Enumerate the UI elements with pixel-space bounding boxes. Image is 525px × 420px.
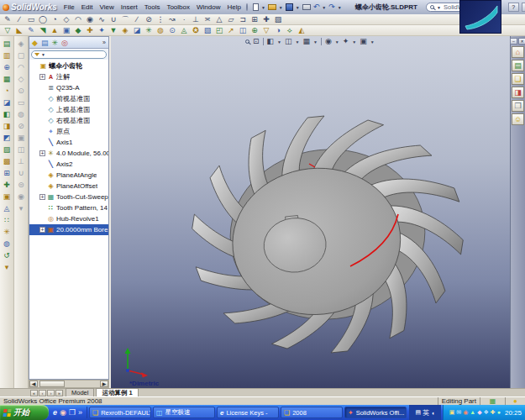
toolbar-icon[interactable]: ✚ bbox=[261, 14, 271, 24]
tree-item-module[interactable]: +✳ 4.0 Module, 56.0000mm P. bbox=[29, 148, 108, 159]
toolbar-icon[interactable]: ◔ bbox=[2, 86, 13, 97]
menu-help[interactable]: Help bbox=[227, 3, 240, 11]
toolbar-icon[interactable]: ◥ bbox=[38, 25, 48, 35]
open-dropdown-caret[interactable]: ▼ bbox=[279, 5, 283, 10]
toolbar-icon[interactable]: ∷ bbox=[2, 215, 13, 226]
tray-icon[interactable]: ✚ bbox=[491, 408, 496, 417]
display-style-icon[interactable]: ▦ bbox=[302, 37, 310, 46]
tree-item-plane-at-angle[interactable]: ◈ PlaneAtAngle bbox=[29, 170, 108, 181]
undo-icon[interactable]: ↶ bbox=[313, 3, 320, 11]
view-palette-icon[interactable]: ❒ bbox=[512, 100, 524, 112]
taskbar-button-2008[interactable]: ❏ 2008 bbox=[281, 407, 343, 418]
toolbar-icon[interactable]: ▩ bbox=[2, 156, 13, 167]
menu-toolbox[interactable]: Toolbox bbox=[166, 3, 190, 11]
toolbar-icon[interactable]: ∪ bbox=[16, 168, 27, 179]
hide-show-items-icon[interactable]: ◉ bbox=[325, 37, 332, 46]
toolbar-icon[interactable]: ⊜ bbox=[16, 180, 27, 191]
menu-edit[interactable]: Edit bbox=[81, 3, 93, 11]
toolbar-icon[interactable]: ✳ bbox=[144, 25, 154, 35]
toolbar-icon[interactable]: ∿ bbox=[97, 14, 107, 24]
open-icon[interactable] bbox=[268, 4, 276, 10]
toolbar-icon[interactable]: ✚ bbox=[85, 25, 95, 35]
caret-icon[interactable]: ▼ bbox=[277, 39, 281, 45]
toolbar-icon[interactable]: ⊘ bbox=[144, 14, 154, 24]
section-view-icon[interactable]: ◧ bbox=[267, 37, 275, 46]
toolbar-icon[interactable]: ◠ bbox=[73, 14, 83, 24]
quick-tips-icon[interactable]: ▦ bbox=[490, 397, 496, 405]
save-dropdown-caret[interactable]: ▼ bbox=[296, 5, 300, 10]
tree-item-top-plane[interactable]: ◇ 上视基准面 bbox=[29, 104, 108, 115]
toolbar-icon[interactable]: ✚ bbox=[2, 180, 13, 191]
taskbar-button-license-keys[interactable]: e License Keys - bbox=[217, 407, 279, 418]
doc-close-icon[interactable]: ✕ bbox=[518, 38, 525, 45]
start-button[interactable]: 开始 bbox=[0, 405, 49, 420]
toolbar-icon[interactable]: ◈ bbox=[120, 25, 130, 35]
tree-item-tooth-pattern[interactable]: ∷ Tooth Pattern, 14 / 14 bbox=[29, 202, 108, 213]
tree-item-annotations[interactable]: +A 注解 bbox=[29, 71, 108, 82]
toolbar-icon[interactable]: ⊕ bbox=[2, 62, 13, 73]
toolbar-icon[interactable]: ⌒ bbox=[120, 14, 130, 24]
ie-quicklaunch-icon[interactable]: e bbox=[53, 407, 57, 417]
redo-dropdown-caret[interactable]: ▼ bbox=[338, 5, 342, 10]
appearance-icon[interactable]: ✦ bbox=[343, 37, 349, 46]
toolbar-icon[interactable]: ▦ bbox=[2, 74, 13, 85]
toolbar-icon[interactable]: ⊥ bbox=[16, 156, 27, 167]
tab-prev-icon[interactable]: ‹ bbox=[39, 390, 46, 396]
scrollbar-thumb[interactable] bbox=[39, 381, 65, 387]
help-bulb-icon[interactable]: ● bbox=[513, 397, 517, 405]
caret-icon[interactable]: ▼ bbox=[335, 39, 339, 45]
toolbar-icon[interactable]: ▤ bbox=[2, 39, 13, 50]
tray-network-icon[interactable]: ❖ bbox=[484, 408, 489, 417]
minimize-button[interactable]: – bbox=[522, 3, 525, 12]
toolbar-icon[interactable]: ⟡ bbox=[285, 25, 295, 35]
tree-item-right-plane[interactable]: ◇ 右视基准面 bbox=[29, 115, 108, 126]
toolbar-icon[interactable]: ◠ bbox=[16, 62, 27, 73]
tree-item-front-plane[interactable]: ◇ 前视基准面 bbox=[29, 93, 108, 104]
pushpin-icon[interactable] bbox=[246, 3, 248, 11]
toolbar-icon[interactable]: ∙ bbox=[179, 14, 189, 24]
tray-icon[interactable]: ◆ bbox=[477, 408, 481, 417]
zoom-area-icon[interactable]: ⊡ bbox=[253, 37, 260, 46]
toolbar-icon[interactable]: ◭ bbox=[297, 25, 307, 35]
graphics-viewport[interactable]: ⊡ ◧▼ ◫▼ ▦▼ ◉▼ ✦▼ ▣▼ bbox=[111, 36, 510, 388]
menu-insert[interactable]: Insert bbox=[121, 3, 138, 11]
scroll-left-icon[interactable]: ◀ bbox=[29, 381, 38, 387]
menu-tools[interactable]: Tools bbox=[144, 3, 160, 11]
toolbar-icon[interactable]: △ bbox=[214, 14, 224, 24]
expand-icon[interactable]: + bbox=[39, 74, 45, 80]
quicklaunch-overflow-icon[interactable]: » bbox=[78, 407, 82, 417]
tree-item-bore-selected[interactable]: +▣ 20.0000mm Bore, 5.0000 K bbox=[29, 224, 108, 235]
toolbar-icon[interactable]: ◫ bbox=[16, 144, 27, 155]
toolbar-icon[interactable]: ◧ bbox=[2, 109, 13, 120]
toolbar-icon[interactable]: ◉ bbox=[85, 14, 95, 24]
zoom-fit-icon[interactable] bbox=[245, 37, 249, 46]
new-document-icon[interactable] bbox=[253, 3, 259, 11]
toolbar-icon[interactable]: ◫ bbox=[238, 25, 248, 35]
resources-home-icon[interactable]: ⌂ bbox=[512, 46, 524, 58]
expand-icon[interactable]: + bbox=[39, 194, 45, 200]
tray-icon[interactable]: ● bbox=[497, 408, 501, 417]
panel-horizontal-scrollbar[interactable]: ◀ ▶ bbox=[29, 380, 109, 388]
tree-item-hub-revolve[interactable]: ◎ Hub-Revolve1 bbox=[29, 213, 108, 224]
propertymanager-tab-icon[interactable]: ▤ bbox=[41, 38, 49, 48]
expand-icon[interactable]: + bbox=[39, 150, 45, 156]
toolbar-icon[interactable]: ◰ bbox=[214, 25, 224, 35]
print-icon[interactable] bbox=[302, 4, 311, 10]
view-orientation-icon[interactable]: ◫ bbox=[285, 37, 292, 46]
toolbar-icon[interactable]: ✎ bbox=[26, 25, 36, 35]
scene-icon[interactable]: ▣ bbox=[360, 37, 367, 46]
filter-dropdown-caret[interactable]: ▼ bbox=[41, 52, 45, 57]
tray-shield-icon[interactable]: ▲ bbox=[470, 408, 475, 417]
toolbar-icon[interactable]: ▨ bbox=[2, 144, 13, 155]
toolbar-icon[interactable]: ◍ bbox=[155, 25, 165, 35]
caret-icon[interactable]: ▼ bbox=[352, 39, 356, 45]
toolbar-icon[interactable]: ◔ bbox=[50, 14, 60, 24]
tray-mail-icon[interactable]: ✉ bbox=[456, 408, 461, 417]
save-icon[interactable] bbox=[286, 3, 293, 11]
tree-item-origin[interactable]: ⌖ 原点 bbox=[29, 126, 108, 137]
panel-tabs-overflow-icon[interactable]: » bbox=[102, 39, 106, 45]
search-pane-icon[interactable]: ◨ bbox=[512, 87, 524, 98]
toolbar-icon[interactable]: ▲ bbox=[50, 25, 60, 35]
tree-root[interactable]: ▣ 螺伞小齿轮 bbox=[29, 60, 108, 71]
toolbar-icon[interactable]: ◆ bbox=[73, 25, 83, 35]
